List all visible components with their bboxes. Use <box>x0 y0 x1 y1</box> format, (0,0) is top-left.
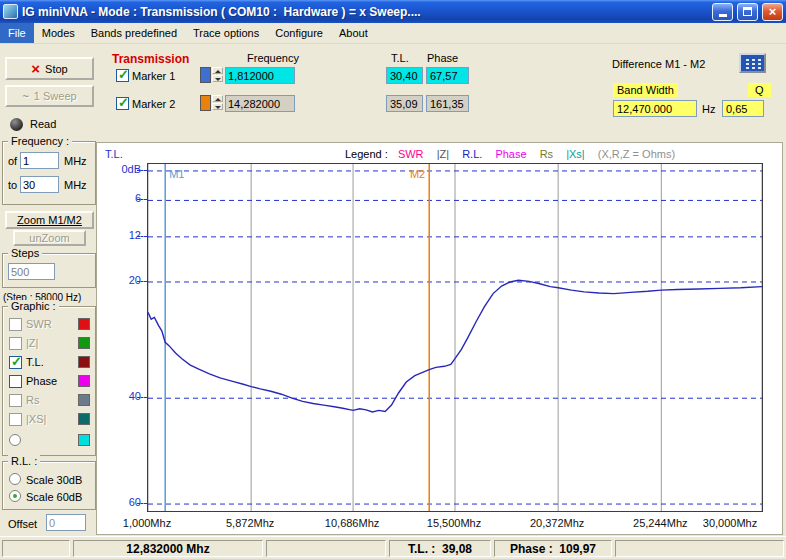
graphic-extra-radio[interactable] <box>9 434 21 446</box>
plot-area[interactable]: M1M2 <box>147 163 763 512</box>
maximize-button[interactable] <box>737 3 758 21</box>
menu-file[interactable]: File <box>0 23 34 43</box>
rl-group-title: R.L. : <box>8 455 40 467</box>
marker2-spinner[interactable] <box>212 95 223 111</box>
marker1-spin-up-icon[interactable] <box>212 67 223 74</box>
calculator-button[interactable] <box>739 53 766 73</box>
z-color-swatch <box>78 337 90 349</box>
x-tick-label: 25,244Mhz <box>629 517 691 529</box>
marker2-checkbox[interactable] <box>116 97 129 110</box>
y-tick-label: 20 <box>99 274 141 286</box>
graphic-row-rs: Rs <box>3 393 95 409</box>
xs-checkbox[interactable] <box>9 413 22 426</box>
unzoom-button[interactable]: unZoom <box>13 230 86 246</box>
minimize-button[interactable] <box>712 3 733 21</box>
marker-label-m2: M2 <box>410 168 425 180</box>
y-tick-label: 40 <box>99 390 141 402</box>
menu-configure[interactable]: Configure <box>267 23 331 43</box>
graphic-row-extra <box>3 433 95 449</box>
bandwidth-value: 12,470.000 <box>613 100 697 117</box>
of-label: of <box>8 155 17 167</box>
zoom-m1m2-button[interactable]: Zoom M1/M2 <box>5 211 94 229</box>
marker2-freq-input[interactable] <box>225 95 295 112</box>
bandwidth-label: Band Width <box>613 83 678 97</box>
x-tick-label: 30,000Mhz <box>699 517 761 529</box>
app-window: IG miniVNA - Mode : Transmission ( COM10… <box>0 0 786 559</box>
rs-label: Rs <box>26 394 39 406</box>
to-unit-label: MHz <box>64 179 87 191</box>
marker1-spinner[interactable] <box>212 67 223 83</box>
legend-item-xs: |Xs| <box>566 148 585 160</box>
phase-label: Phase <box>26 375 57 387</box>
legend-item-phase: Phase <box>495 148 526 160</box>
close-button[interactable]: × <box>762 3 783 21</box>
legend-title: Legend : <box>345 148 388 160</box>
y-tick-label: 6 <box>99 192 141 204</box>
read-button[interactable]: Read <box>5 112 94 136</box>
marker2-spin-down-icon[interactable] <box>212 103 223 110</box>
frequency-group-title: Frequency : <box>8 135 72 147</box>
freq-to-input[interactable] <box>20 176 59 193</box>
menu-modes[interactable]: Modes <box>34 23 83 43</box>
status-phase: Phase : 109,97 <box>494 540 612 557</box>
x-tick-label: 15,500Mhz <box>423 517 485 529</box>
x-tick-label: 10,686Mhz <box>321 517 383 529</box>
y-tick-dash <box>137 199 147 200</box>
scale-60db-radio[interactable] <box>9 490 21 502</box>
graphic-group-title: Graphic : <box>8 300 59 312</box>
q-value: 0,65 <box>722 100 764 117</box>
bandwidth-unit-label: Hz <box>702 103 715 115</box>
menu-bar: File Modes Bands predefined Trace option… <box>0 23 786 44</box>
legend-item-rs: Rs <box>540 148 553 160</box>
chart-legend: Legend : SWR |Z| R.L. Phase Rs |Xs| (X,R… <box>345 148 685 160</box>
swr-checkbox[interactable] <box>9 318 22 331</box>
legend-item-rl: R.L. <box>462 148 482 160</box>
stop-label: Stop <box>45 63 68 75</box>
maximize-icon <box>743 7 752 16</box>
status-cell-empty-1 <box>2 540 70 557</box>
status-cell-empty-2 <box>266 540 386 557</box>
scale-60db-label: Scale 60dB <box>26 491 82 503</box>
menu-trace-options[interactable]: Trace options <box>185 23 267 43</box>
status-cell-empty-3 <box>615 540 784 557</box>
tl-label: T.L. <box>26 356 44 368</box>
marker-label-m1: M1 <box>169 168 184 180</box>
rs-color-swatch <box>78 394 90 406</box>
steps-group-title: Steps <box>8 247 42 259</box>
y-tick-label: 60 <box>99 496 141 508</box>
graphic-row-xs: |XS| <box>3 412 95 428</box>
z-label: |Z| <box>26 337 38 349</box>
marker1-checkbox[interactable] <box>116 69 129 82</box>
phase-checkbox[interactable] <box>9 375 22 388</box>
menu-about[interactable]: About <box>331 23 376 43</box>
phase-color-swatch <box>78 375 90 387</box>
marker2-phase-value: 161,35 <box>426 95 469 112</box>
rs-checkbox[interactable] <box>9 394 22 407</box>
marker2-label: Marker 2 <box>132 98 175 110</box>
stop-button[interactable]: × Stop <box>5 57 94 80</box>
y-tick-label: 12 <box>99 229 141 241</box>
graphic-row-tl: T.L. <box>3 355 95 371</box>
marker2-spin-up-icon[interactable] <box>212 95 223 102</box>
marker2-tl-value: 35,09 <box>386 95 423 112</box>
read-led-icon <box>10 118 23 131</box>
freq-of-input[interactable] <box>20 152 59 169</box>
z-checkbox[interactable] <box>9 337 22 350</box>
extra-color-swatch <box>78 434 90 446</box>
marker2-color-swatch <box>200 95 211 111</box>
marker1-freq-input[interactable] <box>225 67 295 84</box>
scale-30db-radio[interactable] <box>9 473 21 485</box>
tl-checkbox[interactable] <box>9 356 22 369</box>
graphic-row-swr: SWR <box>3 317 95 333</box>
sweep-label: 1 Sweep <box>34 90 77 102</box>
steps-input[interactable] <box>8 263 55 280</box>
menu-bands-predefined[interactable]: Bands predefined <box>83 23 185 43</box>
y-tick-dash <box>137 170 147 171</box>
offset-input[interactable] <box>46 514 86 531</box>
x-tick-label: 1,000Mhz <box>116 517 178 529</box>
swr-label: SWR <box>26 318 52 330</box>
sweep-button[interactable]: ~ 1 Sweep <box>5 85 94 107</box>
marker1-spin-down-icon[interactable] <box>212 75 223 82</box>
graphic-group: Graphic : SWR |Z| T.L. Phase Rs <box>2 306 96 456</box>
offset-label: Offset <box>8 518 37 530</box>
